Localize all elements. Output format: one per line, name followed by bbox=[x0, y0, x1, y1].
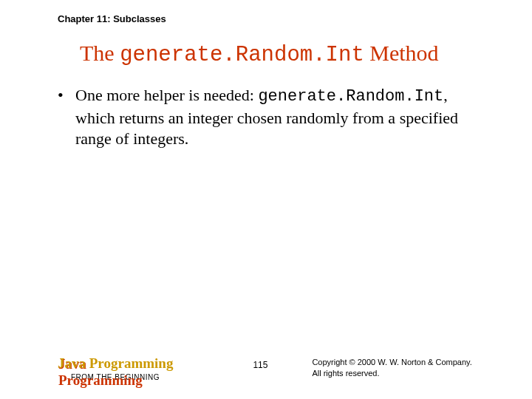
slide-title: The generate.Random.Int Method bbox=[0, 24, 532, 67]
book-title-block: Java Programming Java Programming FROM T… bbox=[58, 355, 173, 381]
book-title-front: Java Programming bbox=[58, 355, 173, 371]
bullet-text: One more helper is needed: generate.Rand… bbox=[75, 85, 474, 150]
bullet-marker: • bbox=[58, 85, 75, 150]
list-item: • One more helper is needed: generate.Ra… bbox=[58, 85, 474, 150]
footer: Java Programming Java Programming FROM T… bbox=[0, 355, 532, 381]
title-code: generate.Random.Int bbox=[120, 43, 364, 67]
title-prefix: The bbox=[80, 41, 120, 65]
copyright-line2: All rights reserved. bbox=[312, 368, 471, 379]
page-number: 115 bbox=[253, 355, 267, 370]
book-title: Java Programming Java Programming bbox=[58, 355, 173, 372]
copyright: Copyright © 2000 W. W. Norton & Company.… bbox=[312, 355, 471, 379]
chapter-header: Chapter 11: Subclasses bbox=[0, 0, 532, 24]
bullet-code: generate.Random.Int bbox=[258, 87, 443, 106]
copyright-line1: Copyright © 2000 W. W. Norton & Company. bbox=[312, 357, 471, 368]
bullet-list: • One more helper is needed: generate.Ra… bbox=[0, 67, 532, 150]
title-suffix: Method bbox=[364, 41, 439, 65]
bullet-part1: One more helper is needed: bbox=[75, 86, 258, 104]
